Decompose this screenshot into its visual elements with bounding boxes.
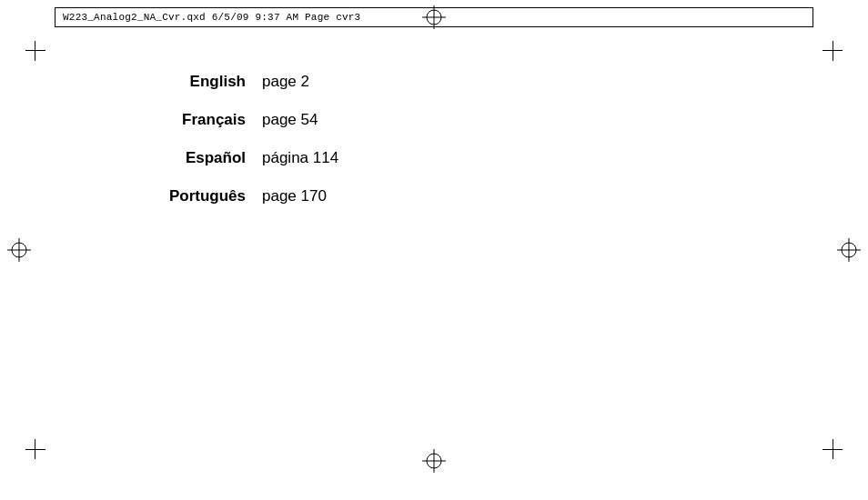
language-page: page 170 (262, 187, 327, 205)
reg-mark-bottom (422, 449, 446, 473)
language-row: Españolpágina 114 (141, 149, 338, 167)
reg-mark-left (7, 238, 31, 262)
language-name: Español (141, 149, 246, 167)
crop-mark-tr-v (833, 41, 833, 61)
reg-mark-top (422, 5, 446, 29)
language-row: Englishpage 2 (141, 73, 338, 91)
crop-mark-br-v (833, 439, 833, 459)
language-list: Englishpage 2Françaispage 54Españolpágin… (141, 73, 338, 225)
language-page: page 2 (262, 73, 309, 91)
language-row: Françaispage 54 (141, 111, 338, 129)
crop-mark-tl-h (25, 50, 45, 51)
language-name: Português (141, 187, 246, 205)
language-row: Portuguêspage 170 (141, 187, 338, 205)
reg-mark-right (837, 238, 861, 262)
language-name: Français (141, 111, 246, 129)
crop-mark-bl-h (25, 449, 45, 450)
language-name: English (141, 73, 246, 91)
header-text: W223_Analog2_NA_Cvr.qxd 6/5/09 9:37 AM P… (63, 12, 360, 23)
language-page: page 54 (262, 111, 318, 129)
crop-mark-bl-v (35, 439, 35, 459)
language-page: página 114 (262, 149, 338, 167)
crop-mark-tl-v (35, 41, 35, 61)
